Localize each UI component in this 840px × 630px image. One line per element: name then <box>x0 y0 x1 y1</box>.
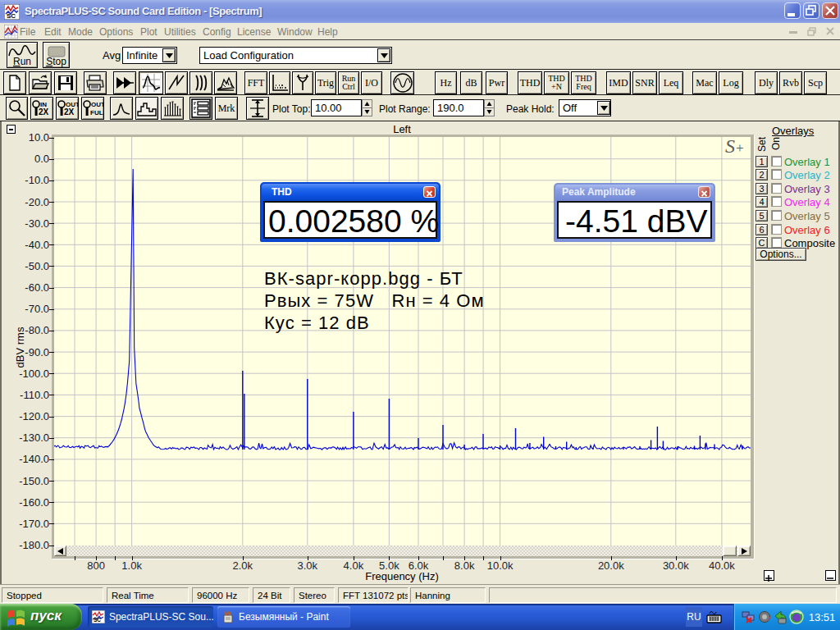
svg-text:SC: SC <box>94 617 101 623</box>
